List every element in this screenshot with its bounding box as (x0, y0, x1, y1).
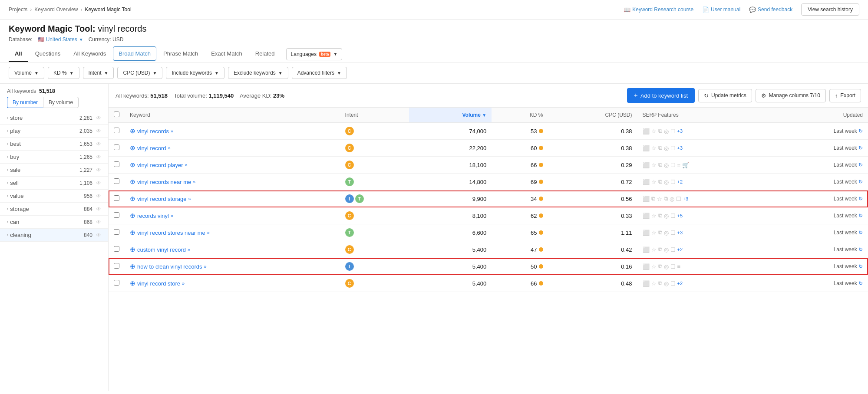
refresh-icon[interactable]: ↻ (858, 230, 863, 236)
intent-filter-button[interactable]: Intent ▼ (83, 67, 114, 79)
expand-keyword-icon[interactable]: » (193, 179, 195, 184)
cpc-filter-button[interactable]: CPC (USD) ▼ (117, 67, 162, 79)
sidebar-item-buy[interactable]: › buy 1,265 👁 (0, 151, 108, 164)
expand-keyword-icon[interactable]: » (207, 230, 210, 235)
row-checkbox[interactable] (114, 280, 119, 286)
sidebar-item-can[interactable]: › can 868 👁 (0, 216, 108, 229)
keyword-research-course-link[interactable]: 📖 Keyword Research course (624, 7, 693, 13)
row-checkbox[interactable] (114, 195, 119, 201)
expand-arrow-best: › (7, 141, 8, 146)
row-checkbox[interactable] (114, 144, 119, 150)
serp-icon-2: ☆ (651, 213, 657, 219)
eye-icon-can[interactable]: 👁 (96, 219, 101, 225)
refresh-icon[interactable]: ↻ (858, 162, 863, 168)
eye-icon-cleaning[interactable]: 👁 (96, 232, 101, 238)
export-button[interactable]: ↑ Export (829, 89, 861, 102)
refresh-icon[interactable]: ↻ (858, 196, 863, 202)
row-checkbox[interactable] (114, 229, 119, 235)
tab-all[interactable]: All (9, 46, 28, 62)
sidebar-item-play[interactable]: › play 2,035 👁 (0, 125, 108, 138)
exclude-keywords-filter-button[interactable]: Exclude keywords ▼ (228, 67, 288, 79)
update-metrics-button[interactable]: ↻ Update metrics (698, 89, 752, 102)
advanced-filters-button[interactable]: Advanced filters ▼ (292, 67, 347, 79)
eye-icon-storage[interactable]: 👁 (96, 206, 101, 212)
breadcrumb-keyword-overview[interactable]: Keyword Overview (34, 7, 78, 13)
eye-icon-store[interactable]: 👁 (96, 115, 101, 121)
sidebar-item-storage[interactable]: › storage 884 👁 (0, 203, 108, 216)
table-row: ⊕ vinyl record » C 22,200 60 (109, 140, 868, 157)
serp-icon-1: ⬜ (643, 263, 650, 270)
database-value[interactable]: 🇺🇸 United States ▼ (38, 36, 83, 43)
row-checkbox[interactable] (114, 212, 119, 218)
plus-circle-icon: ⊕ (130, 195, 135, 203)
keyword-link[interactable]: vinyl record storage (137, 196, 186, 202)
sidebar-item-sell[interactable]: › sell 1,106 👁 (0, 177, 108, 190)
table-area: All keywords: 51,518 Total volume: 1,119… (109, 84, 868, 391)
tab-phrase-match[interactable]: Phrase Match (157, 46, 204, 62)
keyword-link[interactable]: vinyl records (137, 128, 169, 135)
keyword-link[interactable]: vinyl record player (137, 162, 183, 168)
user-manual-link[interactable]: 📄 User manual (702, 7, 740, 13)
book-icon: 📖 (624, 7, 630, 13)
keyword-link[interactable]: vinyl record store (137, 280, 180, 287)
keyword-link[interactable]: how to clean vinyl records (137, 263, 202, 270)
refresh-icon[interactable]: ↻ (858, 263, 863, 269)
eye-icon-sale[interactable]: 👁 (96, 167, 101, 173)
view-search-history-button[interactable]: View search history (801, 3, 859, 16)
by-volume-button[interactable]: By volume (43, 97, 79, 108)
tab-related[interactable]: Related (249, 46, 281, 62)
refresh-icon[interactable]: ↻ (858, 280, 863, 286)
eye-icon-play[interactable]: 👁 (96, 128, 101, 134)
include-keywords-filter-button[interactable]: Include keywords ▼ (166, 67, 224, 79)
refresh-icon[interactable]: ↻ (858, 145, 863, 151)
checkbox-header[interactable] (109, 108, 125, 123)
expand-keyword-icon[interactable]: » (171, 213, 173, 218)
keyword-link[interactable]: vinyl record (137, 145, 166, 151)
expand-keyword-icon[interactable]: » (171, 128, 173, 134)
expand-keyword-icon[interactable]: » (185, 162, 188, 167)
sidebar-item-value[interactable]: › value 956 👁 (0, 190, 108, 203)
volume-column-header[interactable]: Volume ▼ (409, 108, 492, 123)
eye-icon-buy[interactable]: 👁 (96, 154, 101, 160)
by-number-button[interactable]: By number (7, 97, 43, 108)
volume-filter-button[interactable]: Volume ▼ (9, 67, 44, 79)
keyword-link[interactable]: vinyl record stores near me (137, 230, 205, 236)
tab-exact-match[interactable]: Exact Match (205, 46, 248, 62)
eye-icon-sell[interactable]: 👁 (96, 180, 101, 186)
row-checkbox[interactable] (114, 246, 119, 252)
send-feedback-link[interactable]: 💬 Send feedback (749, 7, 792, 13)
sidebar-item-cleaning[interactable]: › cleaning 840 👁 (0, 229, 108, 242)
eye-icon-value[interactable]: 👁 (96, 193, 101, 199)
kd-filter-button[interactable]: KD % ▼ (48, 67, 79, 79)
refresh-icon[interactable]: ↻ (858, 246, 863, 253)
tab-all-keywords[interactable]: All Keywords (67, 46, 112, 62)
row-checkbox[interactable] (114, 161, 119, 167)
row-checkbox[interactable] (114, 178, 119, 184)
serp-icon-3: ⧉ (658, 212, 662, 219)
sidebar-item-store[interactable]: › store 2,281 👁 (0, 112, 108, 125)
breadcrumb-projects[interactable]: Projects (9, 7, 27, 13)
expand-keyword-icon[interactable]: » (182, 281, 185, 286)
select-all-checkbox[interactable] (114, 112, 119, 117)
eye-icon-best[interactable]: 👁 (96, 141, 101, 147)
refresh-icon[interactable]: ↻ (858, 128, 863, 134)
keyword-link[interactable]: vinyl records near me (137, 179, 191, 185)
manage-columns-button[interactable]: ⚙ Manage columns 7/10 (756, 89, 826, 102)
sidebar-title: All keywords 51,518 (7, 88, 55, 94)
languages-button[interactable]: Languages beta ▼ (286, 48, 343, 60)
refresh-icon[interactable]: ↻ (858, 213, 863, 219)
keyword-link[interactable]: custom vinyl record (137, 246, 186, 253)
sidebar-item-sale[interactable]: › sale 1,227 👁 (0, 164, 108, 177)
add-to-keyword-list-button[interactable]: + Add to keyword list (627, 88, 695, 103)
expand-keyword-icon[interactable]: » (168, 145, 170, 151)
expand-keyword-icon[interactable]: » (188, 247, 190, 252)
row-checkbox[interactable] (114, 263, 119, 269)
row-checkbox[interactable] (114, 128, 119, 133)
tab-questions[interactable]: Questions (29, 46, 67, 62)
expand-keyword-icon[interactable]: » (188, 196, 191, 201)
refresh-icon[interactable]: ↻ (858, 179, 863, 185)
expand-keyword-icon[interactable]: » (204, 264, 207, 269)
tab-broad-match[interactable]: Broad Match (113, 46, 156, 61)
keyword-link[interactable]: records vinyl (137, 213, 169, 219)
sidebar-item-best[interactable]: › best 1,653 👁 (0, 138, 108, 151)
